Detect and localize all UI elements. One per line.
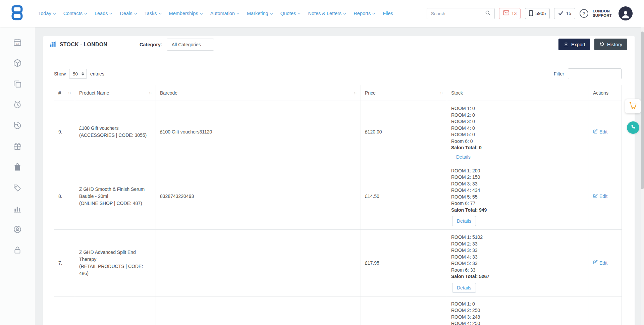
check-count: 15 bbox=[566, 11, 571, 16]
avatar[interactable] bbox=[619, 6, 633, 20]
stock-line: Room 6: 33 bbox=[451, 267, 585, 274]
barcode-cell bbox=[156, 296, 361, 325]
check-icon bbox=[558, 10, 564, 17]
phone-badge[interactable]: 5905 bbox=[525, 8, 550, 19]
help-icon[interactable]: ? bbox=[580, 9, 588, 18]
nav-item-automation[interactable]: Automation bbox=[210, 11, 239, 16]
filter-label: Filter bbox=[554, 71, 564, 76]
column-header-actions: Actions bbox=[589, 85, 622, 101]
gift-icon bbox=[13, 142, 22, 152]
call-widget[interactable] bbox=[627, 121, 639, 134]
sidebar-item-support[interactable] bbox=[13, 225, 22, 235]
table-controls: Show 50 entries Filter bbox=[43, 53, 635, 79]
package-icon bbox=[13, 59, 22, 69]
stock-line: Room 6: 77 bbox=[451, 200, 585, 207]
app-logo[interactable] bbox=[10, 5, 24, 22]
main-nav: Today Contacts Leads Deals Tasks Members… bbox=[38, 11, 393, 16]
stock-line: Room 6: 0 bbox=[451, 138, 585, 145]
stock-panel: STOCK - LONDON Category: All Categories … bbox=[43, 36, 635, 325]
stock-line: ROOM 1: 0 bbox=[451, 105, 585, 112]
nav-item-notes-letters[interactable]: Notes & Letters bbox=[308, 11, 346, 16]
mail-badge[interactable]: 13 bbox=[499, 8, 521, 19]
nav-item-quotes[interactable]: Quotes bbox=[280, 11, 301, 16]
column-header-num[interactable]: #↑↓ bbox=[54, 85, 75, 101]
sort-icon: ↑↓ bbox=[149, 91, 152, 95]
nav-item-today[interactable]: Today bbox=[38, 11, 56, 16]
lock-icon bbox=[13, 246, 22, 256]
details-button[interactable]: Details bbox=[452, 216, 476, 226]
panel-header: STOCK - LONDON Category: All Categories … bbox=[43, 36, 635, 53]
category-select[interactable]: All Categories bbox=[167, 39, 214, 51]
mobile-phone-icon bbox=[529, 10, 533, 17]
edit-button[interactable]: Edit bbox=[593, 194, 607, 199]
stock-line: ROOM 3: 0 bbox=[451, 118, 585, 125]
nav-item-tasks[interactable]: Tasks bbox=[145, 11, 161, 16]
nav-item-deals[interactable]: Deals bbox=[120, 11, 137, 16]
price-cell: £17.95 bbox=[361, 230, 447, 296]
chevron-down-icon bbox=[372, 11, 376, 14]
stock-line: ROOM 5: 33 bbox=[451, 260, 585, 267]
scrollbar-thumb[interactable] bbox=[641, 32, 644, 189]
export-button[interactable]: Export bbox=[558, 39, 590, 50]
edit-button[interactable]: Edit bbox=[593, 129, 607, 135]
stock-line: ROOM 4: 0 bbox=[451, 125, 585, 132]
barcode-cell: 8328743220493 bbox=[156, 163, 361, 230]
column-header-stock: Stock bbox=[447, 85, 589, 101]
details-button[interactable]: Details bbox=[452, 283, 476, 293]
page-title: STOCK - LONDON bbox=[60, 42, 107, 48]
history-icon bbox=[13, 121, 22, 131]
price-cell: £14.50 bbox=[361, 163, 447, 230]
sidebar-item-security[interactable] bbox=[13, 246, 22, 256]
search-input[interactable] bbox=[427, 8, 481, 19]
chevron-down-icon bbox=[298, 11, 301, 14]
header-actions: Export History bbox=[558, 39, 627, 50]
sidebar-item-tags[interactable] bbox=[13, 184, 22, 193]
chevron-down-icon bbox=[109, 11, 113, 14]
main-content: STOCK - LONDON Category: All Categories … bbox=[35, 27, 644, 325]
sidebar-item-history[interactable] bbox=[13, 121, 22, 131]
phone-icon bbox=[630, 124, 636, 131]
cart-icon bbox=[629, 102, 637, 111]
nav-item-leads[interactable]: Leads bbox=[95, 11, 112, 16]
sidebar-item-duplicates[interactable] bbox=[13, 80, 22, 89]
edit-button[interactable]: Edit bbox=[593, 260, 607, 266]
details-link[interactable]: Details bbox=[456, 154, 471, 160]
stock-line: ROOM 3: 248 bbox=[451, 314, 585, 321]
nav-item-reports[interactable]: Reports bbox=[354, 11, 375, 16]
nav-item-marketing[interactable]: Marketing bbox=[247, 11, 273, 16]
shopping-bag-icon bbox=[13, 163, 22, 173]
user-circle-icon bbox=[13, 225, 22, 235]
category-group: Category: All Categories bbox=[140, 39, 214, 51]
sidebar-item-reminders[interactable] bbox=[13, 101, 22, 110]
product-meta: (RETAIL PRODUCTS | CODE: 486) bbox=[79, 263, 152, 277]
product-name: Z GHD Advanced Split End Therapy bbox=[79, 249, 152, 263]
nav-item-files[interactable]: Files bbox=[383, 11, 393, 16]
table-row: 7. Z GHD Advanced Split End Therapy (RET… bbox=[54, 230, 622, 296]
product-meta: (ONLINE SHOP | CODE: 487) bbox=[79, 200, 152, 207]
sidebar-item-reports[interactable] bbox=[13, 205, 22, 214]
chevron-down-icon bbox=[236, 11, 240, 14]
nav-item-contacts[interactable]: Contacts bbox=[63, 11, 87, 16]
history-icon bbox=[599, 42, 604, 48]
tag-icon bbox=[13, 183, 22, 194]
column-header-price[interactable]: Price↑↓ bbox=[361, 85, 447, 101]
sidebar-item-products[interactable] bbox=[13, 59, 22, 68]
column-header-barcode[interactable]: Barcode↑↓ bbox=[156, 85, 361, 101]
history-button[interactable]: History bbox=[594, 39, 627, 50]
stock-line: ROOM 1: 0 bbox=[451, 301, 585, 308]
row-number bbox=[54, 296, 75, 325]
edit-icon bbox=[593, 260, 598, 266]
sidebar-item-gifts[interactable] bbox=[13, 142, 22, 152]
page-size-select[interactable]: 50 bbox=[69, 69, 87, 79]
stock-line: ROOM 2: 250 bbox=[451, 307, 585, 314]
sidebar-item-shop[interactable] bbox=[13, 163, 22, 172]
filter-input[interactable] bbox=[568, 68, 622, 79]
check-badge[interactable]: 15 bbox=[554, 8, 575, 19]
download-icon bbox=[564, 42, 569, 48]
cart-widget[interactable] bbox=[625, 99, 641, 113]
nav-item-memberships[interactable]: Memberships bbox=[169, 11, 203, 16]
search-button[interactable] bbox=[481, 8, 495, 19]
salon-total: Salon Total: 0 bbox=[451, 145, 585, 151]
column-header-product-name[interactable]: Product Name↑↓ bbox=[75, 85, 156, 101]
sidebar-item-calendar[interactable]: 12 bbox=[13, 38, 22, 48]
